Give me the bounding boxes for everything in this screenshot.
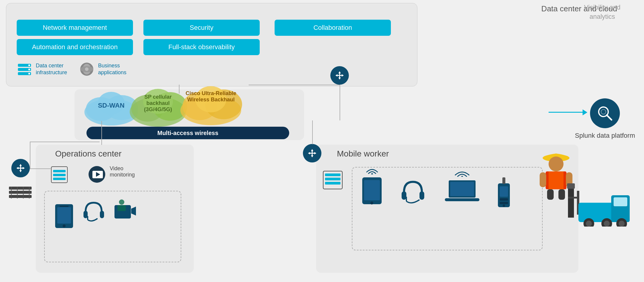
security-button[interactable]: Security [143,20,260,36]
svg-point-102 [586,221,592,227]
mobile-worker-label: Mobile worker [337,149,389,159]
network-management-button[interactable]: Network management [17,20,133,36]
svg-rect-53 [100,211,104,218]
svg-marker-15 [342,74,344,77]
business-apps-label: Businessapplications [98,62,126,76]
splunk-search-icon [596,104,614,122]
tablet-icon [361,176,383,207]
svg-rect-49 [57,207,71,224]
nav-circle-top[interactable] [330,66,349,85]
connector-wireless-up [179,85,179,94]
video-monitor-icon [86,165,107,185]
svg-point-104 [604,221,610,227]
svg-rect-89 [549,171,564,189]
svg-marker-20 [16,167,18,169]
walkie-talkie-icon [495,176,513,210]
nav-circle-left[interactable] [11,159,30,177]
svg-rect-73 [402,191,406,200]
svg-rect-90 [540,172,546,187]
dc-icons-area: Data centerinfrastructure Businessapplic… [17,61,126,77]
cisco-cloud: Cisco Ultra-ReliableWireless Backhaul [179,83,243,127]
svg-marker-13 [338,78,341,80]
video-monitoring-label: Videomonitoring [110,165,135,178]
svg-point-87 [549,157,564,171]
svg-point-3 [28,64,30,66]
svg-rect-47 [53,178,66,180]
splunk-icon-circle [590,98,620,128]
connector-dc-down [340,85,340,120]
svg-marker-14 [335,74,338,77]
svg-rect-24 [9,195,32,198]
svg-point-106 [619,221,625,227]
svg-marker-62 [311,155,313,157]
svg-rect-92 [547,189,554,200]
svg-rect-68 [325,182,340,185]
connector-dc-right [249,85,340,85]
business-apps-item: Businessapplications [79,61,126,77]
svg-rect-52 [83,211,88,218]
visibility-label: Visibility andanalytics [566,3,638,21]
dc-infrastructure-item: Data centerinfrastructure [17,61,67,77]
connector-mobile-wireless [312,120,313,144]
mobile-switch-icon [322,170,343,191]
splunk-section: Splunk data platform [575,98,635,140]
sdwan-label: SD-WAN [92,102,131,109]
svg-point-85 [503,204,505,207]
svg-rect-77 [450,182,474,196]
svg-rect-93 [558,189,565,200]
svg-rect-94 [568,185,574,218]
multi-access-bar: Multi-access wireless [86,127,289,139]
data-center-box: Network management Security Collaboratio… [6,3,417,86]
vehicle-icon [566,176,632,228]
svg-rect-83 [500,202,508,204]
connector-ops-right [30,168,51,169]
svg-rect-45 [53,170,66,172]
svg-point-9 [85,67,89,71]
video-person-icon [113,199,137,226]
fullstack-button[interactable]: Full-stack observability [143,39,260,55]
nav-circle-mobile[interactable] [303,144,321,162]
dc-infrastructure-label: Data centerinfrastructure [36,62,67,76]
svg-point-5 [28,73,30,75]
svg-marker-63 [308,152,310,154]
splunk-label: Splunk data platform [575,131,635,140]
svg-point-109 [601,109,606,114]
collaboration-button[interactable]: Collaboration [275,20,391,36]
svg-point-72 [371,173,373,174]
svg-marker-18 [19,164,22,166]
svg-point-71 [370,202,373,204]
ops-switch-icon [50,165,69,185]
svg-point-51 [63,224,66,227]
laptop-icon [444,177,480,205]
svg-rect-46 [53,174,66,176]
cisco-label: Cisco Ultra-ReliableWireless Backhaul [182,90,240,103]
svg-rect-78 [445,198,479,201]
automation-button[interactable]: Automation and orchestration [17,39,133,55]
connector-ops-up [30,142,30,169]
svg-rect-84 [502,177,505,184]
business-apps-icon [79,61,95,77]
sp-label: SP cellularbackhaul(3G/4G/5G) [136,94,180,113]
mobile-headset-icon [400,176,426,210]
svg-marker-61 [311,149,313,151]
arrows-icon [335,71,344,80]
multi-access-label: Multi-access wireless [157,130,219,137]
svg-rect-58 [117,205,126,211]
svg-rect-50 [60,206,69,207]
connector-ops-wireless [101,121,102,145]
splunk-arrow [549,112,584,113]
svg-rect-23 [9,191,32,194]
dc-infrastructure-icon [17,61,32,77]
arrows-icon-left [16,163,25,173]
arrows-icon-mobile [307,148,317,158]
svg-rect-95 [567,183,575,189]
svg-line-108 [607,115,612,120]
svg-point-79 [461,176,463,177]
svg-rect-74 [419,191,424,200]
connector-ops-h [30,142,100,142]
phone-icon [54,203,75,231]
svg-point-57 [119,199,124,205]
svg-rect-82 [500,198,508,201]
main-diagram: Network management Security Collaboratio… [0,0,644,282]
switch-icon-left [8,184,32,200]
